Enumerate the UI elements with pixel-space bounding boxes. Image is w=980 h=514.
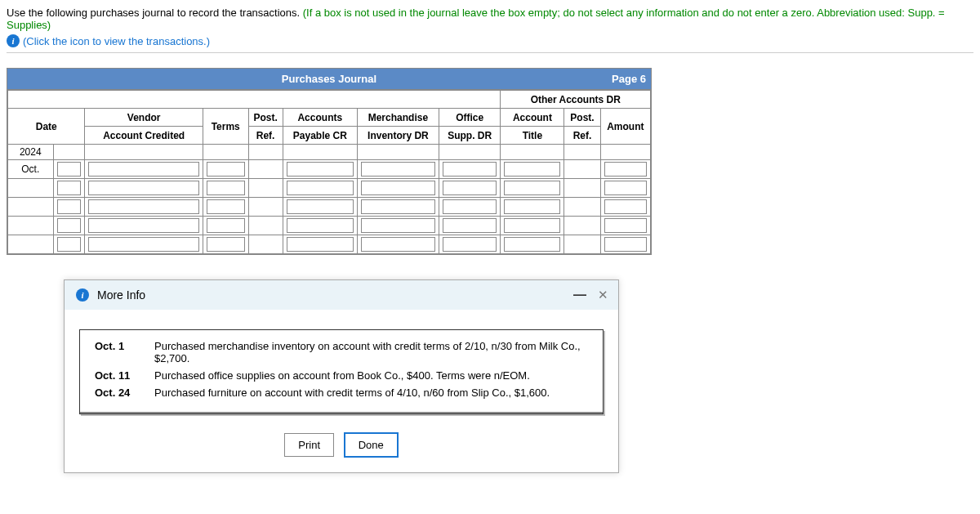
ap-input-4[interactable] (287, 218, 354, 233)
vendor-input-3[interactable] (88, 199, 198, 214)
acct-input-2[interactable] (504, 181, 560, 195)
office-input-1[interactable] (443, 162, 497, 177)
office-input-4[interactable] (443, 218, 497, 233)
day-input-3[interactable] (57, 199, 82, 214)
merch-input-1[interactable] (361, 162, 435, 177)
minimize-icon[interactable]: — (573, 288, 586, 302)
transaction-date: Oct. 1 (95, 340, 140, 364)
col-vendor-2: Account Credited (85, 127, 203, 145)
transaction-text: Purchased office supplies on account fro… (154, 369, 588, 382)
amt-input-2[interactable] (604, 181, 647, 195)
col-office-2: Supp. DR (439, 127, 501, 145)
office-input-5[interactable] (443, 237, 497, 252)
merch-input-2[interactable] (361, 181, 435, 195)
office-input-2[interactable] (443, 181, 497, 195)
transaction-text: Purchased furniture on account with cred… (154, 387, 588, 399)
acct-input-5[interactable] (504, 237, 560, 252)
ap-input-5[interactable] (287, 237, 354, 252)
vendor-input-5[interactable] (88, 237, 198, 252)
col-office-1: Office (439, 109, 501, 127)
day-input-5[interactable] (57, 237, 82, 252)
ap-input-1[interactable] (287, 162, 354, 177)
col-ref: Ref. (248, 127, 283, 145)
close-icon[interactable]: ✕ (598, 288, 608, 302)
month-cell: Oct. (8, 160, 54, 179)
amt-input-1[interactable] (604, 162, 647, 177)
col-amount: Amount (600, 109, 650, 145)
vendor-input-2[interactable] (88, 181, 198, 195)
ap-input-3[interactable] (287, 199, 354, 214)
transaction-row: Oct. 1 Purchased merchandise inventory o… (95, 340, 588, 364)
journal-table: Other Accounts DR Date Vendor Terms Post… (7, 90, 651, 254)
acct-input-1[interactable] (504, 162, 560, 177)
info-icon: i (76, 288, 89, 302)
col-ref-2: Ref. (564, 127, 600, 145)
col-terms: Terms (203, 109, 248, 145)
done-button[interactable]: Done (344, 432, 399, 458)
col-vendor-1: Vendor (85, 109, 203, 127)
office-input-3[interactable] (443, 199, 497, 214)
amt-input-5[interactable] (604, 237, 647, 252)
transaction-date: Oct. 24 (95, 387, 140, 399)
day-input-4[interactable] (57, 218, 82, 233)
terms-input-4[interactable] (207, 218, 245, 233)
vendor-input-1[interactable] (88, 162, 198, 177)
transaction-row: Oct. 24 Purchased furniture on account w… (95, 387, 588, 399)
info-icon[interactable]: i (7, 34, 20, 47)
col-acct-1: Account (501, 109, 564, 127)
terms-input-5[interactable] (207, 237, 245, 252)
journal-page: Page 6 (612, 69, 646, 90)
view-transactions-link[interactable]: (Click the icon to view the transactions… (23, 35, 210, 47)
year-cell: 2024 (8, 145, 54, 160)
terms-input-2[interactable] (207, 181, 245, 195)
journal-title-bar: Purchases Journal Page 6 (7, 69, 651, 90)
acct-input-3[interactable] (504, 199, 560, 214)
journal-title: Purchases Journal (7, 69, 651, 90)
col-date: Date (8, 109, 85, 145)
transaction-text: Purchased merchandise inventory on accou… (154, 340, 588, 364)
merch-input-3[interactable] (361, 199, 435, 214)
terms-input-1[interactable] (207, 162, 245, 177)
col-post-2: Post. (564, 109, 600, 127)
view-transactions-line: i (Click the icon to view the transactio… (7, 34, 973, 47)
instructions: Use the following purchases journal to r… (7, 7, 973, 31)
ap-input-2[interactable] (287, 181, 354, 195)
instruction-main: Use the following purchases journal to r… (7, 7, 300, 19)
col-acct-2: Title (501, 127, 564, 145)
print-button[interactable]: Print (284, 433, 334, 457)
merch-input-5[interactable] (361, 237, 435, 252)
col-payable: Payable CR (283, 127, 357, 145)
other-accounts-header: Other Accounts DR (501, 91, 651, 109)
day-input-1[interactable] (57, 162, 82, 177)
merch-input-4[interactable] (361, 218, 435, 233)
divider (7, 52, 973, 53)
more-info-header: i More Info — ✕ (65, 280, 618, 310)
transaction-row: Oct. 11 Purchased office supplies on acc… (95, 369, 588, 382)
col-post-1: Post. (248, 109, 283, 127)
terms-input-3[interactable] (207, 199, 245, 214)
acct-input-4[interactable] (504, 218, 560, 233)
more-info-body: Oct. 1 Purchased merchandise inventory o… (79, 329, 604, 414)
amt-input-3[interactable] (604, 199, 647, 214)
modal-buttons: Print Done (65, 432, 618, 458)
transaction-date: Oct. 11 (95, 369, 140, 382)
vendor-input-4[interactable] (88, 218, 198, 233)
day-input-2[interactable] (57, 181, 82, 195)
amt-input-4[interactable] (604, 218, 647, 233)
col-accounts: Accounts (283, 109, 357, 127)
more-info-title: More Info (97, 288, 145, 302)
more-info-panel: i More Info — ✕ Oct. 1 Purchased merchan… (64, 279, 619, 473)
col-merch-2: Inventory DR (357, 127, 439, 145)
purchases-journal: Purchases Journal Page 6 Other Accounts … (7, 68, 652, 255)
col-merch-1: Merchandise (357, 109, 439, 127)
